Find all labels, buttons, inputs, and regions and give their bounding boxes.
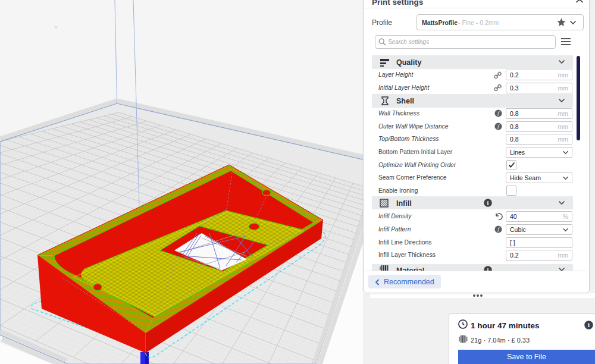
svg-text:i: i	[487, 200, 489, 206]
svg-text:i: i	[588, 321, 590, 328]
